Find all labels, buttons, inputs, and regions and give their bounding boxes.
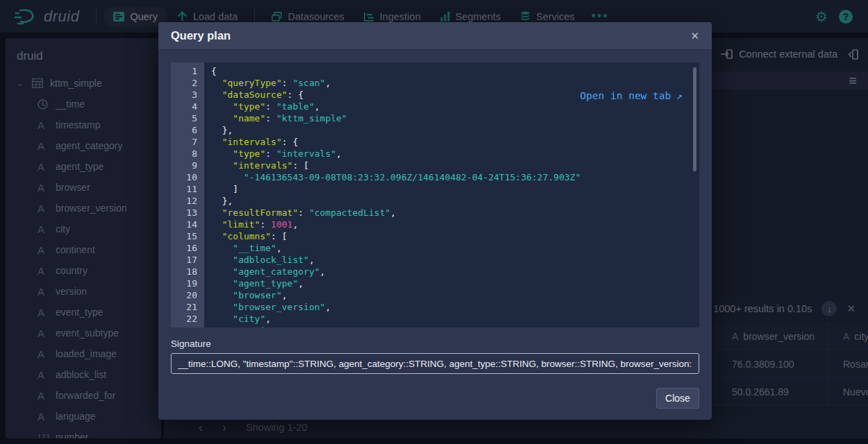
modal-header: Query plan ✕ [158,22,712,50]
external-link-icon: ↗ [676,90,683,102]
signature-input[interactable] [171,353,699,374]
close-button[interactable]: Close [656,388,699,409]
open-in-new-tab-link[interactable]: Open in new tab ↗ [580,90,683,102]
close-icon[interactable]: ✕ [690,30,699,42]
modal-title: Query plan [171,29,231,42]
editor-scrollbar[interactable] [693,67,696,171]
query-plan-modal: Query plan ✕ 123456789101112131415161718… [158,22,712,420]
signature-label: Signature [171,339,699,349]
line-number-gutter: 1234567891011121314151617181920212223 [171,62,204,327]
modal-body: 1234567891011121314151617181920212223 { … [158,50,712,421]
query-plan-code-editor[interactable]: 1234567891011121314151617181920212223 { … [171,62,699,327]
json-code: { "queryType": "scan", "dataSource": { "… [204,62,699,327]
modal-footer: Close [171,388,699,409]
